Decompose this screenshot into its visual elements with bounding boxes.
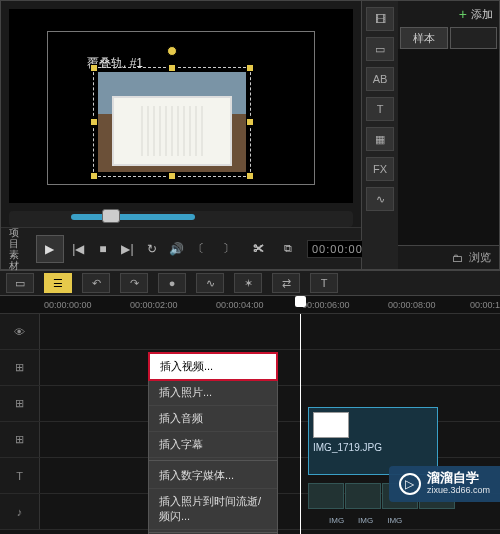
ctx-separator xyxy=(149,460,277,461)
preview-panel: 覆叠轨. #1 xyxy=(0,0,362,270)
scrub-range xyxy=(71,214,195,220)
browse-button[interactable]: 浏览 xyxy=(469,250,491,265)
scrubber[interactable] xyxy=(9,211,353,227)
ruler-mark: 00:00:00:00 xyxy=(44,300,92,310)
next-frame-button[interactable]: ▶| xyxy=(117,238,138,260)
prev-frame-button[interactable]: |◀ xyxy=(68,238,89,260)
link-icon: ∿ xyxy=(376,193,385,206)
add-button[interactable]: + 添加 xyxy=(459,6,493,22)
timeline-toolbar: ▭ ☰ ↶ ↷ ● ∿ ✶ ⇄ T xyxy=(0,270,500,296)
selection-box[interactable] xyxy=(93,67,251,177)
scrub-playhead[interactable] xyxy=(102,209,120,223)
volume-button[interactable]: 🔊 xyxy=(166,238,187,260)
timeline-clip[interactable]: IMG_1719.JPG xyxy=(308,407,438,475)
track-head-title[interactable]: T xyxy=(0,458,40,493)
track-head-overlay2[interactable]: ⊞ xyxy=(0,386,40,421)
resize-handle-bl[interactable] xyxy=(90,172,98,180)
tool-path[interactable]: ∿ xyxy=(366,187,394,211)
resize-handle-bm[interactable] xyxy=(168,172,176,180)
track-video: 👁 xyxy=(0,314,500,350)
library-content[interactable] xyxy=(398,49,499,245)
tool-media[interactable]: 🎞 xyxy=(366,7,394,31)
track-head-overlay3[interactable]: ⊞ xyxy=(0,422,40,457)
resize-handle-tr[interactable] xyxy=(246,64,254,72)
card-icon: ▭ xyxy=(375,43,385,56)
context-menu: 插入视频... 插入照片... 插入音频 插入字幕 插入数字媒体... 插入照片… xyxy=(148,352,278,534)
track-body-video[interactable] xyxy=(40,314,500,349)
folder-icon: 🗀 xyxy=(452,252,463,264)
tlbtn-link[interactable]: ⇄ xyxy=(272,273,300,293)
ctx-insert-digital-media[interactable]: 插入数字媒体... xyxy=(149,463,277,489)
ctx-insert-audio[interactable]: 插入音频 xyxy=(149,406,277,432)
ruler-mark: 00:00:02:00 xyxy=(130,300,178,310)
clip-thumbnail-small xyxy=(313,412,349,438)
ruler-mark: 00:00:10:00 xyxy=(470,300,500,310)
tool-ab[interactable]: AB xyxy=(366,67,394,91)
ctx-insert-video[interactable]: 插入视频... xyxy=(148,352,278,381)
cut-button[interactable]: ✀ xyxy=(247,238,269,260)
play-button[interactable]: ▶ xyxy=(36,235,64,263)
clip-filename: IMG_1719.JPG xyxy=(313,442,433,453)
resize-handle-ml[interactable] xyxy=(90,118,98,126)
loop-icon: ↻ xyxy=(147,242,157,256)
watermark-url: zixue.3d66.com xyxy=(427,484,490,496)
tlbtn-redo[interactable]: ↷ xyxy=(120,273,148,293)
mini-thumb[interactable] xyxy=(345,483,381,509)
library-tool-strip: 🎞 ▭ AB T ▦ FX ∿ xyxy=(362,1,398,269)
add-label: 添加 xyxy=(471,7,493,22)
timeline-playhead[interactable] xyxy=(300,314,301,534)
resize-handle-tl[interactable] xyxy=(90,64,98,72)
play-icon: ▶ xyxy=(45,242,54,256)
ctx-insert-timelapse[interactable]: 插入照片到时间流逝/频闪... xyxy=(149,489,277,530)
timeline-ruler[interactable]: 00:00:00:00 00:00:02:00 00:00:04:00 00:0… xyxy=(0,296,500,314)
next-icon: ▶| xyxy=(121,242,133,256)
tab-sample[interactable]: 样本 xyxy=(400,27,448,49)
volume-icon: 🔊 xyxy=(169,242,184,256)
transport-mode-label: 项目 素材 xyxy=(9,227,28,271)
clip-thumbnail xyxy=(98,72,246,172)
tool-title[interactable]: T xyxy=(366,97,394,121)
mini-thumb[interactable] xyxy=(308,483,344,509)
tab-empty[interactable] xyxy=(450,27,498,49)
snapshot-button[interactable]: ⧉ xyxy=(277,238,299,260)
track-head-audio[interactable]: ♪ xyxy=(0,494,40,529)
tool-transition[interactable]: ▭ xyxy=(366,37,394,61)
tlbtn-record[interactable]: ● xyxy=(158,273,186,293)
resize-handle-br[interactable] xyxy=(246,172,254,180)
mark-out-button[interactable]: 〕 xyxy=(217,238,239,260)
transport-bar: 项目 素材 ▶ |◀ ■ ▶| ↻ 🔊 〔 〕 ✀ ⧉ 00:00:00:00 xyxy=(1,227,361,269)
stop-icon: ■ xyxy=(99,242,106,256)
ab-icon: AB xyxy=(373,73,388,85)
tlbtn-fx[interactable]: ✶ xyxy=(234,273,262,293)
tool-graphic[interactable]: ▦ xyxy=(366,127,394,151)
rotate-handle[interactable] xyxy=(167,46,177,56)
resize-handle-mr[interactable] xyxy=(246,118,254,126)
preview-canvas[interactable]: 覆叠轨. #1 xyxy=(9,9,353,203)
grid-icon: ▦ xyxy=(375,133,385,146)
resize-handle-tm[interactable] xyxy=(168,64,176,72)
ruler-mark: 00:00:08:00 xyxy=(388,300,436,310)
tool-fx[interactable]: FX xyxy=(366,157,394,181)
ctx-insert-subtitle[interactable]: 插入字幕 xyxy=(149,432,277,458)
stop-button[interactable]: ■ xyxy=(93,238,114,260)
track-head-overlay1[interactable]: ⊞ xyxy=(0,350,40,385)
fx-icon: FX xyxy=(373,163,387,175)
ctx-separator xyxy=(149,532,277,533)
snapshot-icon: ⧉ xyxy=(284,242,292,255)
mark-in-button[interactable]: 〔 xyxy=(187,238,209,260)
tlbtn-undo[interactable]: ↶ xyxy=(82,273,110,293)
ctx-insert-photo[interactable]: 插入照片... xyxy=(149,380,277,406)
tlbtn-title[interactable]: T xyxy=(310,273,338,293)
prev-icon: |◀ xyxy=(72,242,84,256)
watermark-play-icon: ▷ xyxy=(399,473,421,495)
tlbtn-timeline[interactable]: ☰ xyxy=(44,273,72,293)
tlbtn-audio[interactable]: ∿ xyxy=(196,273,224,293)
plus-icon: + xyxy=(459,6,467,22)
mini-label: IMG xyxy=(358,516,373,525)
track-head-video[interactable]: 👁 xyxy=(0,314,40,349)
mini-label: IMG xyxy=(329,516,344,525)
library-panel: 🎞 ▭ AB T ▦ FX ∿ + 添加 样本 🗀 浏览 xyxy=(362,0,500,270)
tlbtn-storyboard[interactable]: ▭ xyxy=(6,273,34,293)
mini-label: IMG xyxy=(387,516,402,525)
loop-button[interactable]: ↻ xyxy=(142,238,163,260)
